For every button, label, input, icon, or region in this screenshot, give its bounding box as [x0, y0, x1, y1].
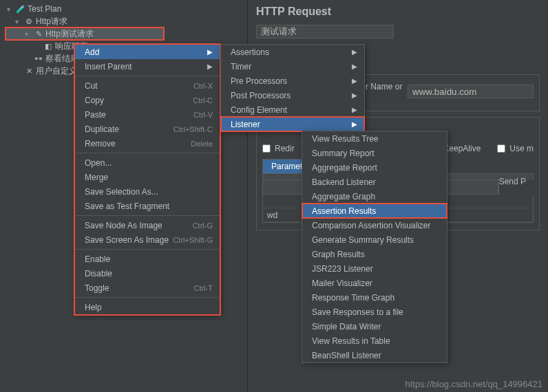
use-m-label: Use m: [509, 144, 534, 153]
shortcut: Delete: [191, 140, 213, 148]
menu-item-help[interactable]: Help: [75, 300, 220, 314]
menu-label: Toggle: [85, 283, 109, 293]
menu-label: Copy: [85, 96, 104, 105]
watermark: https://blog.csdn.net/qq_14996421: [405, 379, 543, 389]
menu-label: Listener: [231, 120, 260, 129]
menu-label: JSR223 Listener: [312, 264, 373, 274]
menu-item-cut[interactable]: CutCtrl-X: [75, 78, 220, 93]
shortcut: Ctrl+Shift-C: [173, 125, 213, 133]
menu-item-backend-listener[interactable]: Backend Listener: [302, 175, 447, 189]
pipette-icon: ✎: [33, 28, 44, 39]
menu-separator: [75, 76, 220, 76]
menu-label: Backend Listener: [312, 177, 376, 187]
menu-item-graph-results[interactable]: Graph Results: [302, 247, 447, 261]
menu-item-enable[interactable]: Enable: [75, 252, 220, 266]
chevron-right-icon: ▶: [352, 91, 357, 99]
menu-item-add[interactable]: Add ▶: [75, 45, 220, 59]
shortcut: Ctrl+Shift-G: [173, 236, 213, 244]
menu-label: Config Element: [231, 105, 287, 115]
menu-label: Pre Processors: [231, 76, 287, 86]
menu-label: Save Selection As...: [85, 187, 158, 197]
menu-item-assertion-results[interactable]: Assertion Results: [302, 204, 447, 218]
menu-item-comparison-visualizer[interactable]: Comparison Assertion Visualizer: [302, 218, 447, 232]
menu-label: Summary Report: [312, 149, 375, 158]
menu-item-merge[interactable]: Merge: [75, 170, 220, 184]
use-m-checkbox[interactable]: [497, 144, 505, 153]
menu-item-disable[interactable]: Disable: [75, 266, 220, 281]
menu-item-remove[interactable]: RemoveDelete: [75, 136, 220, 151]
redirect-checkbox[interactable]: [262, 144, 271, 153]
menu-label: Cut: [85, 81, 98, 91]
assertion-icon: ◧: [43, 41, 54, 52]
chevron-down-icon: ▾: [7, 6, 15, 13]
menu-item-open[interactable]: Open...: [75, 155, 220, 170]
menu-item-beanshell-listener[interactable]: BeanShell Listener: [302, 348, 447, 362]
menu-item-view-results-tree[interactable]: View Results Tree: [302, 131, 447, 146]
menu-item-toggle[interactable]: ToggleCtrl-T: [75, 281, 220, 295]
menu-item-aggregate-graph[interactable]: Aggregate Graph: [302, 189, 447, 204]
menu-item-copy[interactable]: CopyCtrl-C: [75, 93, 220, 107]
menu-item-post-processors[interactable]: Post Processors▶: [221, 88, 364, 102]
menu-item-generate-summary[interactable]: Generate Summary Results: [302, 232, 447, 247]
menu-label: Aggregate Report: [312, 163, 377, 173]
gear-icon: ⚙: [23, 16, 34, 27]
menu-label: Aggregate Graph: [312, 192, 375, 202]
menu-item-save-selection[interactable]: Save Selection As...: [75, 184, 220, 199]
tree-node-http-test-req[interactable]: ▾ ✎ Http测试请求: [6, 28, 164, 40]
menu-item-save-responses[interactable]: Save Responses to a file: [302, 305, 447, 319]
menu-item-paste[interactable]: PasteCtrl-V: [75, 107, 220, 122]
tree-node-http-group[interactable]: ▾ ⚙ Http请求: [6, 15, 247, 28]
page-title: HTTP Request: [256, 6, 540, 18]
menu-label: Response Time Graph: [312, 293, 394, 303]
menu-label: View Results Tree: [312, 134, 379, 144]
tree-label: Http请求: [36, 16, 67, 28]
menu-item-timer[interactable]: Timer▶: [221, 59, 364, 74]
menu-label: Mailer Visualizer: [312, 279, 372, 288]
menu-label: Enable: [85, 254, 110, 264]
menu-item-listener[interactable]: Listener▶: [221, 117, 364, 131]
chevron-right-icon: ▶: [352, 48, 357, 56]
shortcut: Ctrl-V: [193, 111, 213, 119]
tree-label: Test Plan: [28, 4, 61, 14]
chevron-right-icon: ▶: [352, 63, 357, 70]
menu-item-save-node-image[interactable]: Save Node As ImageCtrl-G: [75, 218, 220, 232]
menu-label: Save as Test Fragment: [85, 202, 169, 211]
menu-item-summary-report[interactable]: Summary Report: [302, 146, 447, 160]
menu-item-view-results-table[interactable]: View Results in Table: [302, 334, 447, 348]
menu-label: Assertion Results: [312, 206, 376, 216]
shortcut: Ctrl-C: [193, 96, 213, 105]
menu-label: Add: [85, 47, 99, 57]
tree-node-test-plan[interactable]: ▾ 🧪 Test Plan: [6, 3, 247, 15]
menu-item-aggregate-report[interactable]: Aggregate Report: [302, 160, 447, 175]
send-params-label: Send P: [499, 177, 526, 186]
flask-icon: 🧪: [15, 3, 26, 14]
menu-label: Insert Parent: [85, 62, 132, 72]
server-field[interactable]: [408, 85, 534, 98]
menu-item-mailer-visualizer[interactable]: Mailer Visualizer: [302, 276, 447, 290]
tree-label: Http测试请求: [45, 28, 94, 40]
menu-separator: [75, 249, 220, 250]
menu-label: Save Node As Image: [85, 221, 162, 230]
menu-item-config-element[interactable]: Config Element▶: [221, 102, 364, 117]
menu-label: Help: [85, 303, 102, 312]
menu-label: Remove: [85, 139, 116, 149]
chevron-right-icon: ▶: [207, 48, 213, 56]
chevron-down-icon: ▾: [15, 18, 23, 25]
menu-item-jsr223-listener[interactable]: JSR223 Listener: [302, 261, 447, 276]
name-field[interactable]: [256, 25, 394, 39]
menu-label: Post Processors: [231, 91, 291, 100]
menu-item-insert-parent[interactable]: Insert Parent ▶: [75, 59, 220, 74]
redirect-label: Redir: [275, 144, 295, 153]
menu-item-save-screen-image[interactable]: Save Screen As ImageCtrl+Shift-G: [75, 232, 220, 247]
menu-label: Duplicate: [85, 124, 119, 134]
menu-item-response-time-graph[interactable]: Response Time Graph: [302, 290, 447, 305]
menu-item-save-fragment[interactable]: Save as Test Fragment: [75, 199, 220, 213]
menu-separator: [75, 297, 220, 298]
chevron-right-icon: ▶: [352, 77, 357, 85]
menu-item-assertions[interactable]: Assertions▶: [221, 45, 364, 59]
menu-label: Comparison Assertion Visualizer: [312, 221, 431, 230]
menu-item-duplicate[interactable]: DuplicateCtrl+Shift-C: [75, 122, 220, 136]
menu-item-simple-data-writer[interactable]: Simple Data Writer: [302, 319, 447, 334]
menu-item-pre-processors[interactable]: Pre Processors▶: [221, 74, 364, 88]
menu-label: View Results in Table: [312, 336, 390, 346]
